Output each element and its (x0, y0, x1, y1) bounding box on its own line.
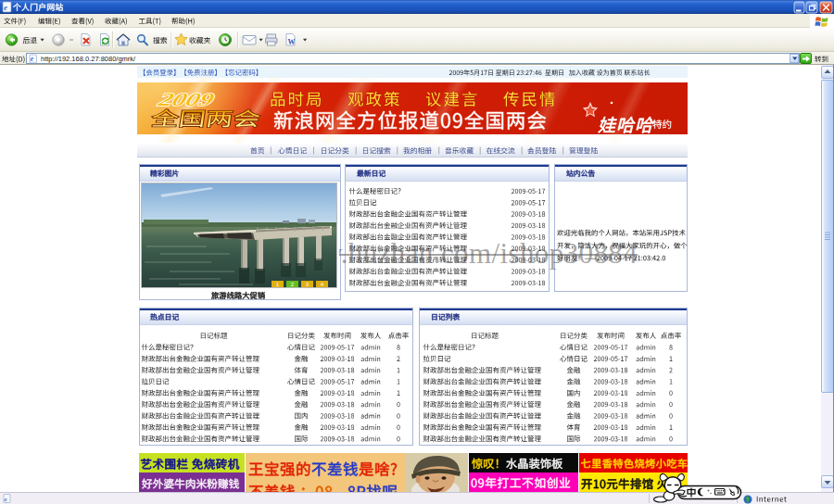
svg-text:W: W (288, 38, 296, 46)
svg-text:e: e (5, 496, 7, 503)
